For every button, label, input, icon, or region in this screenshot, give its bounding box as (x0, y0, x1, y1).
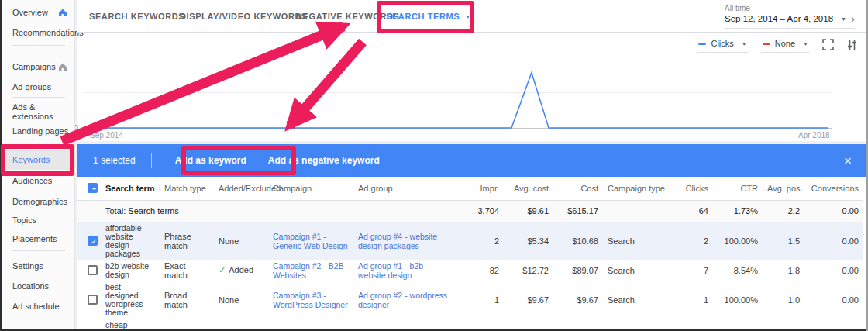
gridline-0 (84, 128, 832, 129)
close-icon[interactable]: × (844, 154, 852, 167)
col-header-impr[interactable]: Impr. (456, 177, 504, 200)
chart-settings-icon[interactable] (846, 39, 858, 50)
cost-cell: $10.68 (553, 222, 603, 260)
chart-metric-2-dropdown[interactable]: None ▼ (761, 36, 810, 53)
chevron-down-icon: ▼ (803, 41, 808, 47)
col-header-campaign-type[interactable]: Campaign type (603, 177, 666, 200)
col-header-conversions[interactable]: Conversions (804, 177, 863, 200)
gridline-40 (84, 92, 832, 93)
home-icon (58, 8, 67, 17)
active-tab-underline (381, 29, 471, 33)
clicks-cell: 1 (666, 281, 713, 319)
sidebar-item-recommendations[interactable]: Recommendations (2, 22, 75, 43)
cost-cell: $9.67 (553, 281, 603, 319)
total-conversions: 0.00 (804, 200, 863, 222)
col-header-search-term[interactable]: Search term↑ (101, 177, 160, 200)
sidebar-item-label: Ad groups (12, 82, 51, 91)
sidebar-item-label: Keywords (12, 155, 50, 164)
sidebar-item-settings[interactable]: Settings (2, 256, 75, 276)
col-header-ctr[interactable]: CTR (713, 177, 763, 200)
chart-metric-1-dropdown[interactable]: Clicks ▼ (697, 36, 748, 53)
tab-search-keywords[interactable]: SEARCH KEYWORDS (89, 0, 184, 33)
date-range-picker[interactable]: All time Sep 12, 2014 – Apr 4, 2018 ▼ (725, 4, 855, 29)
total-cost: $615.17 (553, 200, 603, 222)
sidebar-item-keywords[interactable]: Keywords (2, 150, 75, 170)
avg-cost-cell: $9.67 (504, 281, 553, 319)
tab-display-video-keywords[interactable]: DISPLAY/VIDEO KEYWORDS (180, 0, 308, 33)
table-header-row: – Search term↑ Match type Added/Excluded… (78, 177, 863, 200)
col-header-ad-group[interactable]: Ad group (353, 177, 456, 200)
added-excluded-cell: None (214, 281, 268, 319)
clicks-cell: 7 (666, 260, 713, 281)
sidebar-item-audiences[interactable]: Audiences (2, 171, 75, 191)
tab-label: SEARCH KEYWORDS (89, 12, 184, 21)
select-all-checkbox[interactable]: – (88, 183, 98, 193)
col-header-added-excluded[interactable]: Added/Excluded (214, 177, 268, 200)
added-excluded-cell: ✓Added (214, 260, 268, 281)
search-term-cell: affordable website design packages (101, 222, 160, 260)
total-row: Total: Search terms 3,704 $9.61 $615.17 … (78, 200, 863, 222)
ad-group-link[interactable]: Ad group #1 - b2b website design (358, 261, 423, 280)
sidebar-item-overview[interactable]: Overview (2, 2, 75, 22)
sidebar-item-label: Topics (12, 215, 36, 225)
sidebar-item-label: Placements (12, 234, 57, 243)
col-header-avg-cost[interactable]: Avg. cost (504, 177, 553, 200)
table-row[interactable]: best designed wordpress theme Broad matc… (78, 281, 863, 319)
avg-cost-cell: $12.72 (504, 260, 553, 281)
chevron-down-icon: ▼ (465, 14, 471, 19)
table-row[interactable]: b2b website design Exact match ✓Added Ca… (78, 260, 863, 281)
ad-group-link[interactable]: Ad group #4 - website design packages (358, 232, 437, 250)
sidebar-item-label: Audiences (12, 176, 52, 185)
add-as-keyword-button[interactable]: Add as keyword (164, 155, 257, 166)
action-bar-divider (151, 153, 152, 168)
row-checkbox-checked[interactable]: ✓ (88, 236, 98, 246)
search-terms-table: – Search term↑ Match type Added/Excluded… (78, 177, 863, 331)
add-as-negative-keyword-button[interactable]: Add as negative keyword (257, 155, 391, 166)
sidebar-item-placements[interactable]: Placements (2, 229, 75, 249)
sidebar-item-landing-pages[interactable]: Landing pages (2, 121, 75, 141)
campaign-link[interactable]: Campaign #3 - WordPress Designer (273, 291, 348, 309)
avg-pos-cell: 1.0 (763, 281, 804, 319)
col-header-clicks[interactable]: Clicks (666, 177, 713, 200)
date-range-preset: All time (725, 4, 855, 12)
check-icon: ✓ (219, 265, 226, 275)
sidebar-item-campaigns[interactable]: Campaigns (2, 57, 75, 77)
col-header-match-type[interactable]: Match type (160, 177, 214, 200)
sidebar-item-demographics[interactable]: Demographics (2, 191, 75, 212)
col-header-cost[interactable]: Cost (553, 177, 603, 200)
campaign-type-cell: Search (603, 281, 666, 319)
tab-label: SEARCH TERMS (386, 12, 460, 21)
table-row[interactable]: ✓ affordable website design packages Phr… (78, 222, 863, 260)
sidebar-item-label: Demographics (12, 197, 67, 206)
sidebar-item-label: Campaigns (12, 62, 56, 71)
fullscreen-icon[interactable] (822, 39, 834, 50)
sidebar-item-locations[interactable]: Locations (2, 276, 75, 296)
ad-group-link[interactable]: Ad group #2 - wordpress designer (358, 291, 447, 309)
row-checkbox[interactable] (88, 295, 98, 305)
campaign-link[interactable]: Campaign #1 - Generic Web Design (273, 232, 348, 250)
chart-metric-1-label: Clicks (711, 39, 733, 48)
conversions-cell: 0.00 (804, 260, 863, 281)
conversions-cell: 0.00 (804, 222, 863, 260)
ctr-cell: 100.00% (713, 222, 763, 260)
tab-negative-keywords[interactable]: NEGATIVE KEYWORDS (296, 0, 399, 33)
home-icon (58, 62, 67, 71)
campaign-link[interactable]: Campaign #2 - B2B Websites (273, 261, 344, 280)
col-header-campaign[interactable]: Campaign (268, 177, 353, 200)
avg-pos-cell: 1.5 (763, 222, 804, 260)
date-next-button[interactable]: › (851, 12, 855, 24)
sidebar-item-topics[interactable]: Topics (2, 210, 75, 230)
search-term-cell: b2b website design (101, 260, 160, 281)
sidebar-item-ad-groups[interactable]: Ad groups (2, 77, 75, 97)
sidebar-nav: Overview Recommendations Campaigns Ad gr… (2, 0, 75, 331)
x-axis-tick-start: Sep 2014 (90, 131, 123, 140)
sidebar-item-ads-extensions[interactable]: Ads & extensions (2, 102, 75, 122)
added-excluded-cell: None (214, 222, 268, 260)
row-checkbox[interactable] (88, 265, 98, 275)
cost-cell: $89.07 (553, 260, 603, 281)
col-header-avg-pos[interactable]: Avg. pos. (763, 177, 804, 200)
tab-search-terms[interactable]: SEARCH TERMS ▼ (386, 0, 471, 33)
clicks-cell: 2 (666, 222, 713, 260)
sidebar-item-ad-schedule[interactable]: Ad schedule (2, 296, 75, 316)
date-prev-button[interactable]: ‹ (828, 12, 832, 24)
